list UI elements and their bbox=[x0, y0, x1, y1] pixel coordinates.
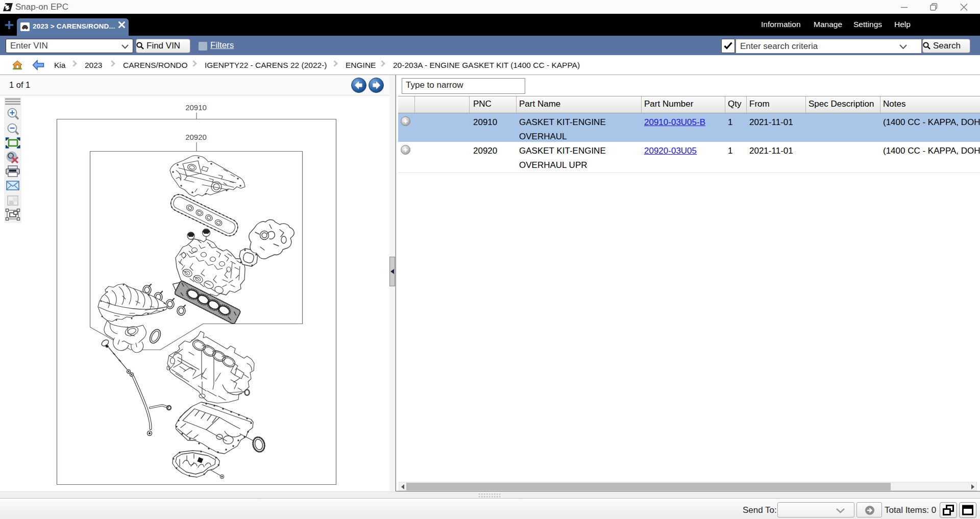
svg-text:20910: 20910 bbox=[185, 103, 207, 112]
svg-text:20920: 20920 bbox=[185, 133, 207, 141]
